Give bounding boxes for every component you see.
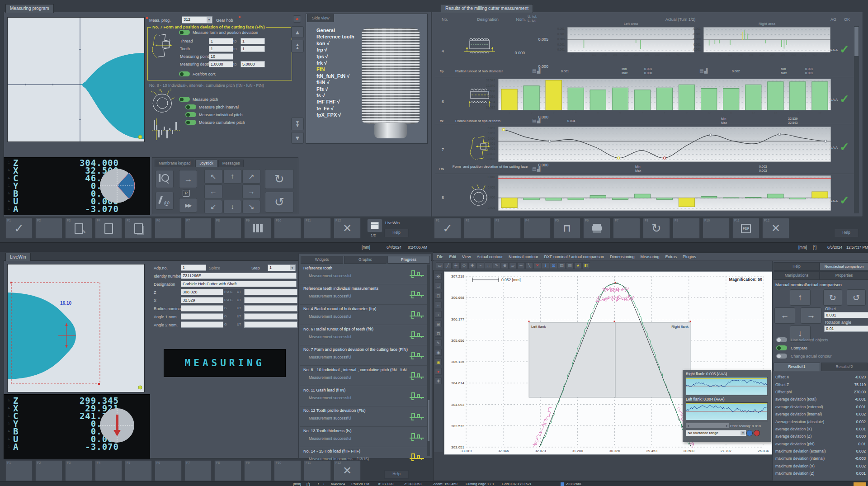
- help-button-right[interactable]: Help: [834, 229, 859, 237]
- record-tool[interactable]: ●: [435, 368, 442, 375]
- line-tool-2[interactable]: ╲: [525, 262, 533, 269]
- fkey-print[interactable]: F6: [583, 218, 610, 239]
- identity-number-input[interactable]: Z311266E: [181, 273, 297, 279]
- jog-down-button[interactable]: ↓: [223, 200, 241, 213]
- parameter-to-input[interactable]: 1: [241, 38, 265, 44]
- progress-tab[interactable]: Widgets: [301, 256, 343, 264]
- fkey-close[interactable]: F12: [334, 218, 361, 239]
- progress-tab[interactable]: Progress: [387, 256, 430, 264]
- form-row-input[interactable]: 32.529: [181, 297, 223, 303]
- jog-down-left-button[interactable]: ↙: [204, 200, 222, 213]
- shape-tool[interactable]: ◇: [460, 262, 468, 269]
- fkey-confirm[interactable]: F1: [434, 218, 461, 239]
- table-icon[interactable]: ▤: [558, 262, 566, 269]
- move-up-button[interactable]: ↑: [790, 289, 811, 306]
- table-chart-toggle-icons[interactable]: ▤▟: [699, 68, 708, 73]
- tolerance-range-select[interactable]: No tolerance range▼: [686, 430, 746, 436]
- progress-item[interactable]: No. 4 Radial runout of hub diameter (frp…: [300, 304, 427, 325]
- fkey-measure[interactable]: F5: [553, 218, 580, 239]
- favorite-icon[interactable]: ★: [574, 262, 582, 269]
- tab-manipulations[interactable]: Manipulations: [774, 271, 820, 280]
- rotate-ccw-button[interactable]: ↺: [847, 289, 866, 306]
- annotate-tool[interactable]: ✎: [435, 340, 442, 346]
- form-row-tolerance-input[interactable]: [244, 297, 297, 303]
- results-scrollbar[interactable]: [854, 26, 859, 213]
- fkey-empty[interactable]: F11: [304, 218, 331, 239]
- designation-input[interactable]: Carbide Hob Cutter with Shaft: [181, 281, 297, 287]
- side-view-item[interactable]: ftN_fuN_FtN √: [316, 73, 354, 79]
- fkey-empty[interactable]: F7: [184, 460, 212, 481]
- tab-side-view[interactable]: Side view: [307, 14, 334, 22]
- panel-toggle[interactable]: [776, 354, 787, 359]
- menu-item[interactable]: Plugins: [683, 255, 696, 259]
- fkey-empty[interactable]: F8: [214, 460, 241, 481]
- delete-icon[interactable]: ✕: [533, 262, 541, 269]
- fkey-document-copy[interactable]: F5: [125, 218, 152, 239]
- fast-forward-button[interactable]: ▶▶: [179, 198, 197, 212]
- progress-item[interactable]: Reference tooth Measurement successful: [300, 264, 427, 284]
- report-icon[interactable]: ▥: [566, 262, 574, 269]
- fkey-empty[interactable]: F10: [274, 218, 301, 239]
- tab-properties[interactable]: Properties: [820, 271, 868, 280]
- red-marker-button[interactable]: [754, 430, 760, 436]
- scroll-bottom-button[interactable]: ▼▼: [291, 118, 304, 130]
- fkey-document[interactable]: F4: [95, 218, 122, 239]
- menu-item[interactable]: Actual contour: [476, 255, 503, 259]
- fkey-empty[interactable]: F11: [304, 460, 331, 481]
- scroll-left-icon[interactable]: ◄: [687, 425, 689, 427]
- add-tool[interactable]: ✚: [435, 377, 442, 384]
- rotate-cw-button[interactable]: ↻: [823, 289, 842, 306]
- side-view-item[interactable]: fpX_FPX √: [316, 112, 354, 118]
- form-row-tolerance-input[interactable]: [244, 321, 297, 328]
- keypad-tab[interactable]: Membrane keypad: [155, 160, 194, 167]
- step-right-button[interactable]: →: [179, 170, 197, 188]
- zoom-in-tool[interactable]: ⊞: [435, 321, 442, 327]
- fkey-empty[interactable]: F2: [464, 218, 491, 239]
- fkey-empty[interactable]: F3: [494, 218, 521, 239]
- tab-help[interactable]: Help: [774, 262, 820, 271]
- menu-item[interactable]: Nominal contour: [509, 255, 538, 259]
- crosshair-tool[interactable]: ┼: [452, 262, 460, 269]
- side-view-item[interactable]: kon √: [316, 40, 354, 47]
- progress-item[interactable]: No. 12 Tooth profile deviation (Ffs) Mea…: [300, 406, 427, 426]
- meas-prog-select[interactable]: 312▼: [182, 16, 212, 24]
- step-select[interactable]: 1▼: [268, 264, 296, 271]
- form-row-tolerance-input[interactable]: [244, 305, 297, 311]
- parameter-input[interactable]: 1: [209, 38, 233, 44]
- rotate-ccw-button[interactable]: ↺: [265, 192, 294, 212]
- scrollbar-thumb[interactable]: [854, 27, 859, 56]
- overlay-scrollbar[interactable]: ◄►: [686, 423, 729, 428]
- zoom-out-tool[interactable]: ⊟: [435, 330, 442, 337]
- flank-deviation-overlay[interactable]: Right flank: 0.005 (AAA) Left flank: 0.0…: [683, 370, 771, 442]
- keypad-tab[interactable]: Joystick: [195, 160, 217, 167]
- side-view-item[interactable]: fHN √: [316, 79, 354, 85]
- pitch-toggle[interactable]: [185, 120, 196, 125]
- fkey-empty[interactable]: F9: [673, 218, 700, 239]
- rotate-cw-button[interactable]: ↻: [265, 169, 294, 189]
- jog-up-left-button[interactable]: ↖: [204, 169, 222, 184]
- fkey-empty[interactable]: F2: [35, 460, 62, 481]
- fkey-empty[interactable]: F10: [274, 460, 301, 481]
- help-button-bottom[interactable]: Help: [384, 470, 409, 479]
- line-tool[interactable]: ╱: [444, 262, 452, 269]
- side-view-item[interactable]: Ffs √: [316, 86, 354, 92]
- pitch-toggle[interactable]: [179, 97, 190, 102]
- fkey-empty[interactable]: F9: [244, 460, 271, 481]
- add-point-tool[interactable]: ✚: [468, 262, 476, 269]
- fkey-confirm[interactable]: F1: [5, 218, 33, 239]
- curve-tool[interactable]: ~: [476, 262, 484, 269]
- move-left-button[interactable]: ←: [774, 307, 795, 324]
- menu-item[interactable]: Edit: [449, 255, 457, 259]
- scroll-up-button[interactable]: ▲: [291, 26, 304, 38]
- snapshot-icon[interactable]: ⊡: [550, 262, 557, 269]
- scroll-top-button[interactable]: ▲▲: [291, 40, 304, 52]
- jog-right-button[interactable]: →: [242, 184, 260, 199]
- fkey-document-edit[interactable]: F3: [65, 218, 92, 239]
- draw-tool[interactable]: ✎: [493, 262, 500, 269]
- keypad-tab[interactable]: Messages: [218, 160, 244, 167]
- fkey-refresh[interactable]: F8: [643, 218, 670, 239]
- progress-item[interactable]: No. 8 - 10 Individual-, interval-, cumul…: [300, 365, 427, 386]
- pitch-toggle[interactable]: [185, 112, 196, 117]
- progress-item[interactable]: No. 13 Tooth thickness (fs) Measurement …: [300, 426, 427, 447]
- measure-horizontal-tool[interactable]: ↔: [485, 262, 492, 269]
